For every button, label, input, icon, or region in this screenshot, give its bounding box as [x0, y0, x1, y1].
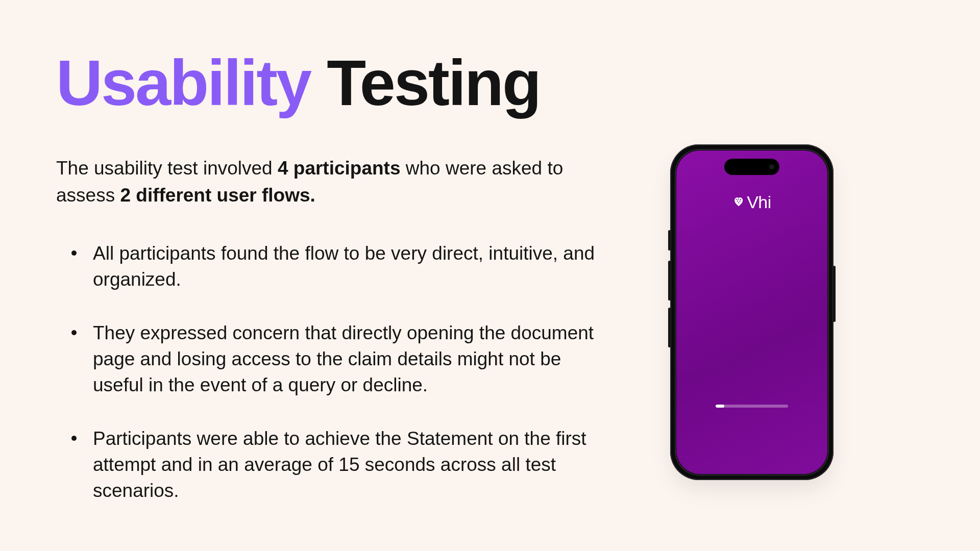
loading-progress-fill	[716, 405, 724, 408]
phone-screen: Vhi	[676, 151, 827, 474]
phone-power-button	[833, 266, 836, 322]
intro-bold-participants: 4 participants	[278, 158, 401, 179]
app-brand-text: Vhi	[747, 192, 771, 212]
slide-usability-testing: Usability Testing The usability test inv…	[0, 0, 980, 551]
phone-volume-up-button	[668, 261, 671, 300]
svg-point-3	[737, 201, 738, 202]
dynamic-island	[724, 159, 779, 175]
svg-point-1	[738, 198, 739, 199]
slide-title: Usability Testing	[56, 51, 919, 115]
list-item: They expressed concern that directly ope…	[93, 320, 597, 398]
findings-list: All participants found the flow to be ve…	[56, 240, 597, 504]
app-brand: Vhi	[732, 192, 771, 212]
heart-icon	[732, 195, 745, 210]
phone-volume-down-button	[668, 308, 671, 347]
intro-bold-flows: 2 different user flows.	[120, 185, 315, 206]
svg-point-2	[740, 199, 741, 200]
svg-point-4	[739, 201, 740, 202]
phone-mockup: Vhi	[670, 144, 834, 480]
svg-point-5	[738, 202, 739, 203]
loading-progress-bar	[716, 405, 788, 408]
phone-side-button	[668, 230, 671, 251]
title-accent: Usability	[56, 47, 310, 119]
list-item: Participants were able to achieve the St…	[93, 425, 597, 504]
title-rest: Testing	[327, 47, 540, 119]
camera-dot-icon	[769, 164, 774, 169]
intro-paragraph: The usability test involved 4 participan…	[56, 155, 577, 209]
intro-pre: The usability test involved	[56, 158, 278, 179]
svg-point-0	[736, 199, 737, 200]
list-item: All participants found the flow to be ve…	[93, 240, 597, 292]
